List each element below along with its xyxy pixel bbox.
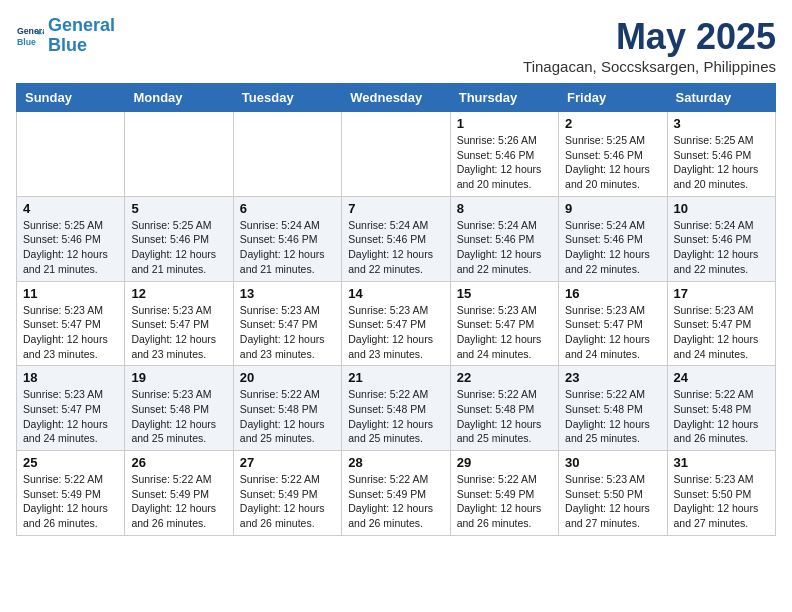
day-detail: Sunrise: 5:23 AM Sunset: 5:47 PM Dayligh…: [23, 303, 118, 362]
day-detail: Sunrise: 5:22 AM Sunset: 5:49 PM Dayligh…: [23, 472, 118, 531]
logo-text: General Blue: [48, 16, 115, 56]
day-number: 29: [457, 455, 552, 470]
logo-line2: Blue: [48, 35, 87, 55]
day-detail: Sunrise: 5:25 AM Sunset: 5:46 PM Dayligh…: [131, 218, 226, 277]
calendar-cell: 30Sunrise: 5:23 AM Sunset: 5:50 PM Dayli…: [559, 451, 667, 536]
day-number: 24: [674, 370, 769, 385]
calendar-cell: 6Sunrise: 5:24 AM Sunset: 5:46 PM Daylig…: [233, 196, 341, 281]
day-detail: Sunrise: 5:23 AM Sunset: 5:47 PM Dayligh…: [23, 387, 118, 446]
day-number: 7: [348, 201, 443, 216]
day-detail: Sunrise: 5:23 AM Sunset: 5:47 PM Dayligh…: [348, 303, 443, 362]
day-detail: Sunrise: 5:25 AM Sunset: 5:46 PM Dayligh…: [23, 218, 118, 277]
day-detail: Sunrise: 5:24 AM Sunset: 5:46 PM Dayligh…: [457, 218, 552, 277]
calendar-cell: [233, 112, 341, 197]
day-detail: Sunrise: 5:23 AM Sunset: 5:47 PM Dayligh…: [565, 303, 660, 362]
day-number: 8: [457, 201, 552, 216]
day-number: 30: [565, 455, 660, 470]
page-header: General Blue General Blue May 2025 Tinag…: [16, 16, 776, 75]
calendar-week-row: 4Sunrise: 5:25 AM Sunset: 5:46 PM Daylig…: [17, 196, 776, 281]
calendar-cell: 1Sunrise: 5:26 AM Sunset: 5:46 PM Daylig…: [450, 112, 558, 197]
day-detail: Sunrise: 5:24 AM Sunset: 5:46 PM Dayligh…: [348, 218, 443, 277]
day-number: 27: [240, 455, 335, 470]
day-number: 3: [674, 116, 769, 131]
day-number: 14: [348, 286, 443, 301]
day-detail: Sunrise: 5:22 AM Sunset: 5:49 PM Dayligh…: [240, 472, 335, 531]
day-number: 31: [674, 455, 769, 470]
day-detail: Sunrise: 5:24 AM Sunset: 5:46 PM Dayligh…: [674, 218, 769, 277]
day-number: 22: [457, 370, 552, 385]
day-detail: Sunrise: 5:26 AM Sunset: 5:46 PM Dayligh…: [457, 133, 552, 192]
day-number: 21: [348, 370, 443, 385]
title-block: May 2025 Tinagacan, Soccsksargen, Philip…: [523, 16, 776, 75]
day-number: 12: [131, 286, 226, 301]
calendar-cell: 21Sunrise: 5:22 AM Sunset: 5:48 PM Dayli…: [342, 366, 450, 451]
calendar-table: SundayMondayTuesdayWednesdayThursdayFrid…: [16, 83, 776, 536]
day-number: 16: [565, 286, 660, 301]
calendar-cell: 4Sunrise: 5:25 AM Sunset: 5:46 PM Daylig…: [17, 196, 125, 281]
day-detail: Sunrise: 5:24 AM Sunset: 5:46 PM Dayligh…: [565, 218, 660, 277]
day-number: 15: [457, 286, 552, 301]
logo-icon: General Blue: [16, 22, 44, 50]
day-detail: Sunrise: 5:23 AM Sunset: 5:50 PM Dayligh…: [565, 472, 660, 531]
weekday-header: Friday: [559, 84, 667, 112]
day-detail: Sunrise: 5:22 AM Sunset: 5:48 PM Dayligh…: [240, 387, 335, 446]
calendar-cell: 10Sunrise: 5:24 AM Sunset: 5:46 PM Dayli…: [667, 196, 775, 281]
calendar-cell: 24Sunrise: 5:22 AM Sunset: 5:48 PM Dayli…: [667, 366, 775, 451]
weekday-header-row: SundayMondayTuesdayWednesdayThursdayFrid…: [17, 84, 776, 112]
calendar-cell: 20Sunrise: 5:22 AM Sunset: 5:48 PM Dayli…: [233, 366, 341, 451]
day-detail: Sunrise: 5:23 AM Sunset: 5:50 PM Dayligh…: [674, 472, 769, 531]
calendar-cell: 13Sunrise: 5:23 AM Sunset: 5:47 PM Dayli…: [233, 281, 341, 366]
day-detail: Sunrise: 5:22 AM Sunset: 5:48 PM Dayligh…: [457, 387, 552, 446]
calendar-cell: 11Sunrise: 5:23 AM Sunset: 5:47 PM Dayli…: [17, 281, 125, 366]
logo: General Blue General Blue: [16, 16, 115, 56]
day-number: 19: [131, 370, 226, 385]
calendar-cell: 26Sunrise: 5:22 AM Sunset: 5:49 PM Dayli…: [125, 451, 233, 536]
svg-text:Blue: Blue: [17, 37, 36, 47]
day-number: 1: [457, 116, 552, 131]
calendar-cell: 2Sunrise: 5:25 AM Sunset: 5:46 PM Daylig…: [559, 112, 667, 197]
calendar-cell: 28Sunrise: 5:22 AM Sunset: 5:49 PM Dayli…: [342, 451, 450, 536]
weekday-header: Tuesday: [233, 84, 341, 112]
day-detail: Sunrise: 5:24 AM Sunset: 5:46 PM Dayligh…: [240, 218, 335, 277]
calendar-cell: [342, 112, 450, 197]
day-number: 5: [131, 201, 226, 216]
day-detail: Sunrise: 5:23 AM Sunset: 5:47 PM Dayligh…: [240, 303, 335, 362]
calendar-cell: 15Sunrise: 5:23 AM Sunset: 5:47 PM Dayli…: [450, 281, 558, 366]
calendar-week-row: 25Sunrise: 5:22 AM Sunset: 5:49 PM Dayli…: [17, 451, 776, 536]
day-detail: Sunrise: 5:23 AM Sunset: 5:47 PM Dayligh…: [131, 303, 226, 362]
day-detail: Sunrise: 5:22 AM Sunset: 5:48 PM Dayligh…: [565, 387, 660, 446]
day-number: 17: [674, 286, 769, 301]
day-number: 4: [23, 201, 118, 216]
svg-text:General: General: [17, 26, 44, 36]
calendar-cell: 12Sunrise: 5:23 AM Sunset: 5:47 PM Dayli…: [125, 281, 233, 366]
weekday-header: Sunday: [17, 84, 125, 112]
day-number: 11: [23, 286, 118, 301]
day-number: 28: [348, 455, 443, 470]
day-number: 13: [240, 286, 335, 301]
calendar-cell: 23Sunrise: 5:22 AM Sunset: 5:48 PM Dayli…: [559, 366, 667, 451]
weekday-header: Thursday: [450, 84, 558, 112]
day-detail: Sunrise: 5:23 AM Sunset: 5:48 PM Dayligh…: [131, 387, 226, 446]
weekday-header: Saturday: [667, 84, 775, 112]
calendar-cell: 9Sunrise: 5:24 AM Sunset: 5:46 PM Daylig…: [559, 196, 667, 281]
calendar-cell: 25Sunrise: 5:22 AM Sunset: 5:49 PM Dayli…: [17, 451, 125, 536]
day-detail: Sunrise: 5:23 AM Sunset: 5:47 PM Dayligh…: [457, 303, 552, 362]
calendar-cell: 14Sunrise: 5:23 AM Sunset: 5:47 PM Dayli…: [342, 281, 450, 366]
day-number: 10: [674, 201, 769, 216]
calendar-cell: 8Sunrise: 5:24 AM Sunset: 5:46 PM Daylig…: [450, 196, 558, 281]
day-detail: Sunrise: 5:22 AM Sunset: 5:48 PM Dayligh…: [674, 387, 769, 446]
calendar-cell: 7Sunrise: 5:24 AM Sunset: 5:46 PM Daylig…: [342, 196, 450, 281]
calendar-week-row: 1Sunrise: 5:26 AM Sunset: 5:46 PM Daylig…: [17, 112, 776, 197]
day-number: 9: [565, 201, 660, 216]
day-number: 2: [565, 116, 660, 131]
day-number: 20: [240, 370, 335, 385]
day-number: 23: [565, 370, 660, 385]
day-detail: Sunrise: 5:25 AM Sunset: 5:46 PM Dayligh…: [565, 133, 660, 192]
calendar-cell: 16Sunrise: 5:23 AM Sunset: 5:47 PM Dayli…: [559, 281, 667, 366]
weekday-header: Monday: [125, 84, 233, 112]
month-title: May 2025: [523, 16, 776, 58]
day-number: 18: [23, 370, 118, 385]
day-detail: Sunrise: 5:22 AM Sunset: 5:49 PM Dayligh…: [348, 472, 443, 531]
logo-line1: General: [48, 15, 115, 35]
day-detail: Sunrise: 5:25 AM Sunset: 5:46 PM Dayligh…: [674, 133, 769, 192]
